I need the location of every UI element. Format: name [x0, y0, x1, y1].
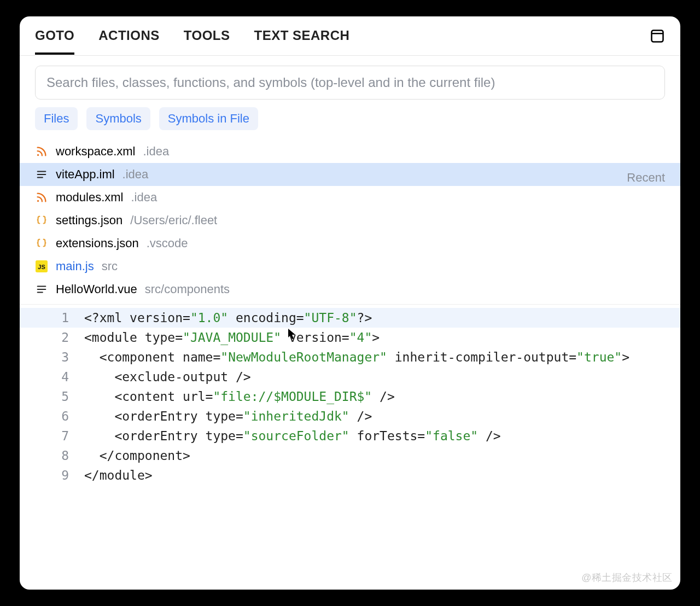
rss-icon	[35, 191, 48, 204]
open-in-window-icon[interactable]	[650, 28, 665, 44]
code-line: 9</module>	[20, 465, 680, 485]
file-path: src/components	[145, 282, 230, 296]
svg-point-5	[37, 200, 39, 202]
search-input[interactable]	[35, 66, 665, 100]
code-line: 5 <content url="file://$MODULE_DIR$" />	[20, 387, 680, 406]
braces-icon	[35, 214, 48, 227]
file-name: main.js	[56, 259, 94, 273]
file-name: settings.json	[56, 213, 122, 228]
code-line: 6 <orderEntry type="inheritedJdk" />	[20, 406, 680, 426]
file-path: .vscode	[147, 236, 188, 250]
file-result-row[interactable]: JSmain.jssrc	[20, 255, 680, 278]
chip-files[interactable]: Files	[35, 107, 78, 130]
line-number: 2	[20, 328, 74, 347]
file-path: /Users/eric/.fleet	[130, 213, 217, 228]
watermark-text: @稀土掘金技术社区	[581, 571, 673, 584]
tab-goto[interactable]: GOTO	[35, 18, 74, 54]
chip-symbols[interactable]: Symbols	[86, 107, 150, 130]
code-line: 2<module type="JAVA_MODULE" version="4">	[20, 328, 680, 347]
file-path: .idea	[131, 190, 157, 205]
file-name: modules.xml	[56, 190, 123, 205]
line-number: 9	[20, 465, 74, 485]
preview-pane: 1<?xml version="1.0" encoding="UTF-8"?>2…	[20, 304, 680, 496]
js-icon: JS	[35, 260, 48, 273]
tab-tools[interactable]: TOOLS	[184, 18, 230, 54]
file-result-row[interactable]: modules.xml.idea	[20, 186, 680, 209]
line-number: 1	[20, 308, 74, 328]
file-path: .idea	[122, 167, 149, 182]
tab-bar: GOTO ACTIONS TOOLS TEXT SEARCH	[20, 16, 680, 56]
file-result-row[interactable]: workspace.xml.idea	[20, 140, 680, 163]
code-line: 4 <exclude-output />	[20, 367, 680, 387]
chip-symbols-in-file[interactable]: Symbols in File	[159, 107, 258, 130]
tab-actions[interactable]: ACTIONS	[98, 18, 160, 54]
lines-icon	[35, 283, 48, 296]
file-result-row[interactable]: extensions.json.vscode	[20, 232, 680, 255]
file-name: workspace.xml	[56, 144, 135, 159]
code-line: 8 </component>	[20, 446, 680, 465]
code-content: </module>	[84, 465, 153, 485]
code-content: <?xml version="1.0" encoding="UTF-8"?>	[84, 308, 372, 328]
command-palette-panel: GOTO ACTIONS TOOLS TEXT SEARCH Files Sym…	[20, 16, 680, 590]
svg-rect-0	[652, 31, 663, 42]
file-name: HelloWorld.vue	[56, 282, 137, 296]
line-number: 7	[20, 426, 74, 446]
file-path: .idea	[143, 144, 169, 159]
code-content: <module type="JAVA_MODULE" version="4">	[84, 328, 380, 347]
code-line: 7 <orderEntry type="sourceFolder" forTes…	[20, 426, 680, 446]
file-result-row[interactable]: settings.json/Users/eric/.fleet	[20, 209, 680, 232]
svg-text:JS: JS	[38, 264, 45, 270]
code-content: <orderEntry type="inheritedJdk" />	[84, 406, 372, 426]
code-line: 1<?xml version="1.0" encoding="UTF-8"?>	[20, 308, 680, 328]
braces-icon	[35, 237, 48, 250]
code-content: </component>	[84, 446, 190, 465]
file-name: viteApp.iml	[56, 167, 115, 182]
line-number: 4	[20, 367, 74, 387]
tab-text-search[interactable]: TEXT SEARCH	[254, 18, 349, 54]
line-number: 6	[20, 406, 74, 426]
file-name: extensions.json	[56, 236, 139, 250]
code-content: <orderEntry type="sourceFolder" forTests…	[84, 426, 501, 446]
file-result-row[interactable]: HelloWorld.vuesrc/components	[20, 278, 680, 301]
file-path: src	[102, 259, 118, 273]
lines-icon	[35, 168, 48, 181]
code-content: <content url="file://$MODULE_DIR$" />	[84, 387, 395, 406]
line-number: 5	[20, 387, 74, 406]
line-number: 8	[20, 446, 74, 465]
search-container	[20, 56, 680, 107]
recent-label: Recent	[627, 171, 665, 185]
rss-icon	[35, 145, 48, 158]
file-results-list: workspace.xml.ideaviteApp.iml.ideamodule…	[20, 140, 680, 301]
filter-chips: Files Symbols Symbols in File	[20, 107, 680, 140]
line-number: 3	[20, 347, 74, 367]
code-content: <exclude-output />	[84, 367, 251, 387]
code-line: 3 <component name="NewModuleRootManager"…	[20, 347, 680, 367]
file-result-row[interactable]: viteApp.iml.idea	[20, 163, 680, 186]
svg-point-1	[37, 154, 39, 156]
code-content: <component name="NewModuleRootManager" i…	[84, 347, 629, 367]
